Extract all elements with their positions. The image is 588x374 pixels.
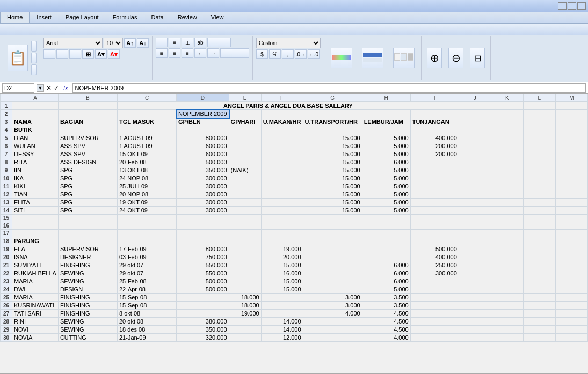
cell-L24[interactable] — [523, 285, 555, 294]
cell-G12[interactable]: 15.000 — [303, 190, 362, 199]
cell-I25[interactable] — [410, 294, 459, 302]
cell-C30[interactable]: 21-Jan-09 — [117, 334, 176, 342]
cell-A1[interactable] — [12, 102, 59, 110]
cell-J16[interactable] — [459, 222, 491, 230]
tab-insert[interactable]: Insert — [30, 12, 59, 23]
cell-K21[interactable] — [491, 261, 523, 269]
cell-M29[interactable] — [555, 326, 587, 334]
tab-page-layout[interactable]: Page Layout — [59, 12, 106, 23]
cell-K8[interactable] — [491, 158, 523, 166]
cell-B27[interactable]: FINISHING — [58, 310, 117, 318]
cell-I5[interactable]: 400.000 — [410, 134, 459, 142]
decrease-decimal-button[interactable]: ←.0 — [308, 49, 320, 59]
cell-F23[interactable]: 15.000 — [261, 277, 303, 285]
row-header-23[interactable]: 23 — [1, 277, 12, 285]
cell-L8[interactable] — [523, 158, 555, 166]
formula-expand-button[interactable]: ▼ — [37, 84, 44, 92]
cell-C23[interactable]: 25-Feb-08 — [117, 277, 176, 285]
cell-A22[interactable]: RUKIAH BELLA — [12, 269, 59, 277]
cell-G7[interactable]: 15.000 — [303, 150, 362, 158]
cell-L9[interactable] — [523, 166, 555, 174]
cell-H3[interactable]: LEMBUR/JAM — [362, 118, 410, 126]
cell-I27[interactable] — [410, 310, 459, 318]
cell-K11[interactable] — [491, 182, 523, 190]
cell-F8[interactable] — [261, 158, 303, 166]
cell-L30[interactable] — [523, 334, 555, 342]
cell-I9[interactable] — [410, 166, 459, 174]
row-header-1[interactable]: 1 — [1, 102, 12, 110]
cell-D8[interactable]: 500.000 — [177, 158, 229, 166]
cell-B28[interactable]: SEWING — [58, 318, 117, 326]
cell-J19[interactable] — [459, 245, 491, 253]
insert-button[interactable]: ⊕ — [425, 47, 444, 69]
cell-E26[interactable]: 18.000 — [229, 302, 261, 310]
cell-E24[interactable] — [229, 285, 261, 294]
cell-L18[interactable] — [523, 237, 555, 245]
tab-home[interactable]: Home — [0, 12, 30, 23]
cell-B11[interactable]: SPG — [58, 182, 117, 190]
cell-A18[interactable]: PARUNG — [12, 237, 59, 245]
cell-A28[interactable]: RINI — [12, 318, 59, 326]
row-header-14[interactable]: 14 — [1, 207, 12, 215]
cell-F16[interactable] — [261, 222, 303, 230]
cell-C24[interactable]: 22-Apr-08 — [117, 285, 176, 294]
cell-H2[interactable] — [362, 110, 410, 118]
cell-D3[interactable]: GP/BLN — [177, 118, 229, 126]
cell-L12[interactable] — [523, 190, 555, 199]
cell-M20[interactable] — [555, 253, 587, 261]
cell-D27[interactable] — [177, 310, 229, 318]
cell-D15[interactable] — [177, 215, 229, 222]
cell-H10[interactable]: 5.000 — [362, 174, 410, 182]
cell-L13[interactable] — [523, 199, 555, 207]
cell-A19[interactable]: ELA — [12, 245, 59, 253]
accounting-button[interactable]: $ — [256, 49, 268, 59]
cell-K3[interactable] — [491, 118, 523, 126]
row-header-24[interactable]: 24 — [1, 285, 12, 294]
cell-M10[interactable] — [555, 174, 587, 182]
row-header-2[interactable]: 2 — [1, 110, 12, 118]
cell-D24[interactable]: 500.000 — [177, 285, 229, 294]
cell-M8[interactable] — [555, 158, 587, 166]
cell-A2[interactable] — [12, 110, 59, 118]
col-header-I[interactable]: I — [410, 94, 459, 102]
cell-D25[interactable] — [177, 294, 229, 302]
cell-C18[interactable] — [117, 237, 176, 245]
row-header-21[interactable]: 21 — [1, 261, 12, 269]
cell-H15[interactable] — [362, 215, 410, 222]
align-top-button[interactable]: ⊤ — [156, 38, 168, 47]
cell-L1[interactable] — [523, 102, 555, 110]
cell-J30[interactable] — [459, 334, 491, 342]
cell-F21[interactable]: 15.000 — [261, 261, 303, 269]
cell-A15[interactable] — [12, 215, 59, 222]
cell-G16[interactable] — [303, 222, 362, 230]
cell-J4[interactable] — [459, 126, 491, 134]
cell-I2[interactable] — [410, 110, 459, 118]
cell-J12[interactable] — [459, 190, 491, 199]
cell-B9[interactable]: SPG — [58, 166, 117, 174]
cell-F28[interactable]: 14.000 — [261, 318, 303, 326]
cell-J3[interactable] — [459, 118, 491, 126]
cell-J29[interactable] — [459, 326, 491, 334]
cell-A20[interactable]: ISNA — [12, 253, 59, 261]
col-header-K[interactable]: K — [491, 94, 523, 102]
cell-J2[interactable] — [459, 110, 491, 118]
cell-A27[interactable]: TATI SARI — [12, 310, 59, 318]
cell-J8[interactable] — [459, 158, 491, 166]
border-button[interactable]: ⊞ — [82, 49, 94, 59]
cell-B24[interactable]: DESIGN — [58, 285, 117, 294]
cell-K15[interactable] — [491, 215, 523, 222]
cell-D4[interactable] — [177, 126, 229, 134]
cell-C28[interactable]: 20 okt 08 — [117, 318, 176, 326]
cell-D23[interactable]: 500.000 — [177, 277, 229, 285]
cell-C11[interactable]: 25 JULI 09 — [117, 182, 176, 190]
cell-C8[interactable]: 20-Feb-08 — [117, 158, 176, 166]
cell-F27[interactable] — [261, 310, 303, 318]
cell-A29[interactable]: NOVI — [12, 326, 59, 334]
cell-H9[interactable]: 5.000 — [362, 166, 410, 174]
cell-F7[interactable] — [261, 150, 303, 158]
cell-F24[interactable]: 15.000 — [261, 285, 303, 294]
cell-L11[interactable] — [523, 182, 555, 190]
cell-B1[interactable] — [58, 102, 117, 110]
cell-I11[interactable] — [410, 182, 459, 190]
cell-B21[interactable]: FINISHING — [58, 261, 117, 269]
